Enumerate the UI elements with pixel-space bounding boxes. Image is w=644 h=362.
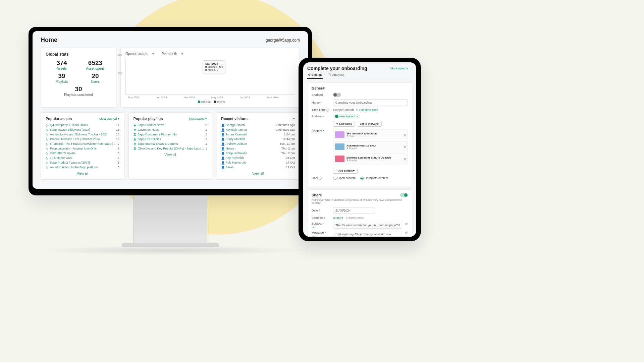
- share-heading: Share: [312, 193, 322, 197]
- subject-input[interactable]: [333, 222, 402, 229]
- content-item[interactable]: 360 feedback animation≣ Video×: [333, 129, 408, 140]
- asset-icon: ⎙: [46, 124, 49, 127]
- list-item[interactable]: 👤Kayleigh Tanner2 minutes ago: [221, 127, 295, 132]
- dashboard: Home george@5app.com Global stats 374Ass…: [33, 31, 308, 189]
- stat-value: 30: [46, 85, 111, 93]
- visitors-sort-dropdown[interactable]: ▾: [293, 117, 295, 120]
- remove-content-icon[interactable]: ×: [404, 145, 406, 149]
- stat-label[interactable]: Playlists: [46, 80, 78, 83]
- stat-label[interactable]: Users: [79, 80, 111, 83]
- playlist-icon: ≣: [133, 128, 137, 131]
- reset-subject-icon[interactable]: ↺: [405, 222, 408, 226]
- list-item[interactable]: 👤MejsunThu, 2 pm: [221, 146, 295, 151]
- asset-icon: ⎙: [46, 157, 49, 160]
- list-item[interactable]: 👤Sarah17 Oct: [221, 165, 295, 170]
- more-options-button[interactable]: More options⋮: [390, 67, 412, 70]
- audience-label: Audience: [312, 115, 330, 118]
- list-item[interactable]: ≣Objective and Key Results (OKRs) - 5app…: [133, 146, 207, 151]
- visitors-view-all-link[interactable]: View all: [221, 172, 295, 175]
- name-input[interactable]: [333, 99, 408, 106]
- list-item[interactable]: 👤Corey Mitchell12:44 pm: [221, 137, 295, 141]
- message-textarea[interactable]: **{{domain.pageTitle}}** was updated wit…: [333, 231, 402, 237]
- playlists-sort-dropdown[interactable]: Most saved ▾: [189, 117, 207, 120]
- person-icon: 👤: [221, 166, 224, 169]
- list-item[interactable]: 👤Andrew DodsonTue, 11 am: [221, 141, 295, 146]
- share-toggle[interactable]: [400, 193, 408, 197]
- goal-label: Goali: [312, 176, 330, 180]
- date-label: Date: [312, 209, 330, 212]
- date-input[interactable]: [333, 207, 375, 214]
- list-item[interactable]: 👤James Cranwell1:04 pm: [221, 132, 295, 137]
- global-stats-card: Global stats 374Assets6523Asset opens39P…: [41, 48, 116, 108]
- chart-period-dropdown[interactable]: Per month ▾: [162, 52, 186, 56]
- asset-icon: ⎙: [46, 147, 49, 150]
- list-item[interactable]: ⎙Q4 Company & Team OKRs17: [46, 123, 119, 127]
- person-icon: 👤: [221, 128, 224, 131]
- list-item[interactable]: 👤George Aitken2 minutes ago: [221, 123, 295, 127]
- send-time-dropdown[interactable]: 09:00 ▾: [333, 216, 343, 220]
- content-thumbnail: [335, 131, 344, 138]
- list-item[interactable]: ⎙Price calculator - Internal Use Only6: [46, 146, 119, 151]
- list-item[interactable]: ⎙5app Master Slideware [2024]13: [46, 127, 119, 132]
- stat-value: 6523: [79, 59, 111, 67]
- content-item[interactable]: Assertiveness US ENG≣ Playlist×: [333, 141, 408, 152]
- asset-icon: ⎙: [46, 133, 49, 136]
- list-item[interactable]: ⎙10 October 20246: [46, 156, 119, 160]
- opened-assets-chart: Opened assets ▾ Per month ▾ Mar 2024 ■ d…: [120, 48, 300, 108]
- list-item[interactable]: ⎙Annual Leave and Sickness Tracker - 202…: [46, 132, 119, 137]
- popular-assets-card: Popular assets Most opened ▾ ⎙Q4 Company…: [41, 112, 124, 180]
- goal-open-radio[interactable]: Open content: [333, 176, 356, 180]
- asset-icon: ⎙: [46, 166, 49, 169]
- general-heading: General: [312, 86, 408, 90]
- chart-legend: desktop mobile: [125, 100, 295, 103]
- asset-icon: ⎙: [46, 128, 49, 131]
- playlist-icon: ≣: [133, 133, 137, 136]
- edit-teams-button[interactable]: ✎ Edit teams: [333, 121, 355, 127]
- audience-chip[interactable]: New Starters×: [333, 114, 360, 119]
- stat-label[interactable]: Assets: [46, 67, 78, 70]
- playlists-view-all-link[interactable]: View all: [133, 153, 207, 157]
- tab-settings[interactable]: ⚙ Settings: [307, 73, 323, 79]
- stat-label[interactable]: Asset opens: [79, 67, 111, 70]
- chart-metric-dropdown[interactable]: Opened assets ▾: [125, 52, 157, 56]
- list-item[interactable]: ⎙OKR 3Ps Template6: [46, 151, 119, 156]
- remove-content-icon[interactable]: ×: [404, 157, 406, 161]
- playlist-icon: ≣: [133, 147, 137, 150]
- edit-timezone-link[interactable]: ✎ Edit time zone: [356, 108, 379, 112]
- assets-sort-dropdown[interactable]: Most opened ▾: [99, 117, 119, 120]
- list-item[interactable]: 👤Rob Mackenzie17 Oct: [221, 160, 295, 165]
- onboarding-title: Complete your onboarding: [307, 66, 367, 71]
- list-item[interactable]: 👤Philip HuthwaiteThu, 2 pm: [221, 151, 295, 156]
- set-everyone-button[interactable]: Set to everyone: [357, 121, 382, 127]
- person-icon: 👤: [221, 157, 224, 160]
- stat-label[interactable]: Playlists completed: [46, 93, 111, 97]
- person-icon: 👤: [221, 161, 224, 164]
- remove-content-icon[interactable]: ×: [404, 133, 406, 137]
- enabled-toggle[interactable]: [333, 93, 341, 97]
- list-item[interactable]: ⎙Product Release 10.9 | October 202410: [46, 137, 119, 141]
- user-email[interactable]: george@5app.com: [266, 38, 300, 43]
- list-item[interactable]: ⎙An Introduction to the 5app platform5: [46, 165, 119, 170]
- list-item[interactable]: ≣5app Product News2: [133, 123, 207, 127]
- tab-analytics[interactable]: 〽 Analytics: [328, 73, 345, 79]
- list-item[interactable]: ≣Customer Hubs1: [133, 127, 207, 132]
- content-thumbnail: [335, 143, 344, 150]
- name-label: Name: [312, 101, 330, 104]
- popular-playlists-heading: Popular playlists: [133, 117, 163, 121]
- content-label: Content: [312, 129, 330, 133]
- stat-value: 374: [46, 59, 78, 67]
- goal-complete-radio[interactable]: Complete content: [360, 176, 388, 180]
- list-item[interactable]: ≣5app HR Policies1: [133, 137, 207, 141]
- content-item[interactable]: Building a positive culture US ENG≣ Play…: [333, 154, 408, 164]
- assets-view-all-link[interactable]: View all: [46, 172, 119, 175]
- list-item[interactable]: ⎙5app Product Features [2024]5: [46, 160, 119, 165]
- remove-chip-icon[interactable]: ×: [357, 115, 358, 118]
- list-item[interactable]: ≣5app Customer / Partner Info1: [133, 132, 207, 137]
- add-content-button[interactable]: + Add content ▾: [333, 168, 358, 174]
- reset-message-icon[interactable]: ↺: [405, 231, 408, 235]
- list-item[interactable]: ≣5app Internal News & Comms1: [133, 141, 207, 146]
- list-item[interactable]: 👤Aby Reynolds24 Oct: [221, 156, 295, 160]
- send-timezone: Europe/London: [346, 216, 364, 219]
- chart-tooltip: Mar 2024 ■ desktop 493 ■ mobile 7: [203, 60, 225, 73]
- list-item[interactable]: ⎙5Forward | The Product Newsletter from …: [46, 141, 119, 146]
